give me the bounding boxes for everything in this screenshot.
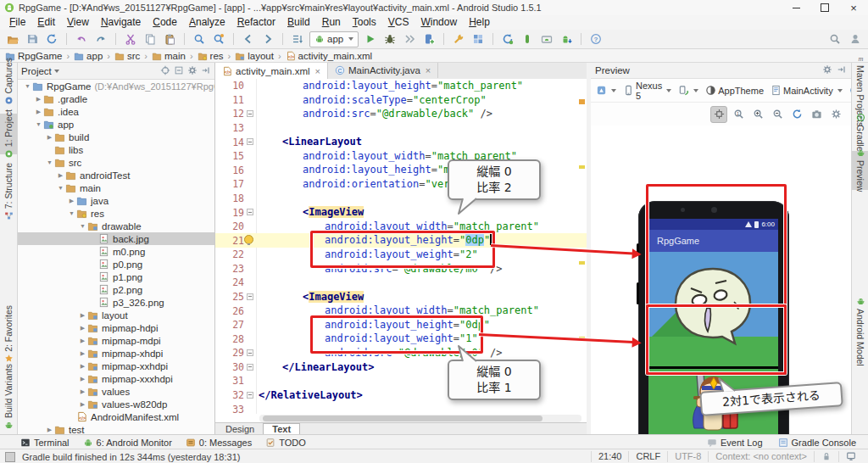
undo-button[interactable]: [74, 31, 89, 47]
collapsed-arrow-icon[interactable]: ▶: [78, 350, 87, 357]
collapsed-arrow-icon[interactable]: ▶: [78, 376, 87, 382]
error-stripe-mark[interactable]: [579, 337, 585, 340]
sort-button[interactable]: [290, 31, 305, 47]
find-button[interactable]: [192, 31, 207, 47]
code-line-13[interactable]: 13: [215, 121, 587, 136]
mode-tab-text[interactable]: Text: [263, 423, 300, 434]
code-line-32[interactable]: 32</RelativeLayout>: [215, 388, 587, 403]
tool-strip-item-project[interactable]: 1: Project: [0, 114, 17, 154]
tree-item-res[interactable]: ▼res: [18, 207, 214, 220]
code-line-27[interactable]: 27android:layout_height="0dp": [215, 318, 587, 332]
activity-selector[interactable]: MainActivity: [768, 83, 845, 98]
mode-tab-design[interactable]: Design: [217, 424, 263, 434]
menu-item-vcs[interactable]: VCS: [382, 15, 415, 30]
tool-strip-item-buildvariants[interactable]: Build Variants: [0, 370, 17, 424]
fold-marker[interactable]: [247, 110, 253, 117]
tool-strip-item-gradle[interactable]: Gradle: [852, 115, 868, 149]
code-line-12[interactable]: 12android:src="@drawable/back" />: [215, 107, 587, 121]
menu-item-refactor[interactable]: Refactor: [231, 15, 281, 30]
code-line-22[interactable]: 22android:layout_weight="2": [215, 248, 587, 262]
collapsed-arrow-icon[interactable]: ▶: [78, 325, 87, 332]
sdk-button[interactable]: [559, 31, 574, 47]
fold-marker[interactable]: [247, 209, 253, 215]
code-line-25[interactable]: 25<ImageView: [215, 290, 587, 304]
debug-button[interactable]: [382, 31, 398, 47]
hide-preview-button[interactable]: [837, 64, 847, 76]
collapse-all-button[interactable]: [174, 65, 184, 77]
code-line-23[interactable]: 23android:src="@drawable/m0" />: [215, 262, 587, 276]
tree-item-p2.png[interactable]: p2.png: [18, 283, 214, 296]
tool-strip-item-favorites[interactable]: 2: Favorites: [0, 310, 17, 358]
tree-item-test[interactable]: ▶test: [18, 423, 214, 434]
code-area[interactable]: 10android:layout_height="match_parent"11…: [215, 79, 587, 414]
skip-button[interactable]: [402, 31, 417, 47]
tree-item-mipmap-xxxhdpi[interactable]: ▶mipmap-xxxhdpi: [18, 372, 214, 385]
code-line-28[interactable]: 28android:layout_weight="1": [215, 332, 587, 346]
collapsed-arrow-icon[interactable]: ▶: [78, 388, 87, 395]
breadcrumb-item-layout[interactable]: layout: [235, 51, 274, 61]
tool-strip-item-preview[interactable]: Preview: [852, 151, 868, 190]
code-line-14[interactable]: 14<LinearLayout: [215, 135, 587, 149]
project-panel-title[interactable]: Project: [21, 66, 52, 76]
preview-settings-button[interactable]: [822, 64, 832, 76]
menu-item-edit[interactable]: Edit: [31, 15, 61, 30]
tree-item-back.jpg[interactable]: back.jpg: [18, 232, 214, 245]
highlighting-level-icon[interactable]: [838, 451, 863, 462]
maximize-button[interactable]: [810, 0, 839, 15]
run-configuration-selector[interactable]: app: [309, 31, 359, 47]
menu-item-navigate[interactable]: Navigate: [95, 15, 147, 30]
fold-marker[interactable]: [247, 392, 253, 399]
search-button[interactable]: [827, 31, 843, 47]
refresh-preview-button[interactable]: [788, 106, 805, 123]
expanded-arrow-icon[interactable]: ▼: [67, 210, 76, 216]
zoom-in-button[interactable]: [749, 106, 766, 123]
code-line-31[interactable]: 31: [215, 374, 587, 388]
menu-item-build[interactable]: Build: [281, 15, 316, 30]
back-button[interactable]: [241, 31, 256, 47]
tool-strip-item-captures[interactable]: Captures: [0, 64, 17, 98]
close-tab-icon[interactable]: ×: [315, 66, 320, 76]
code-line-17[interactable]: 17android:orientation="vertical" >: [215, 177, 587, 192]
collapsed-arrow-icon[interactable]: ▶: [45, 427, 54, 433]
zoom-actual-button[interactable]: 1: [730, 106, 747, 123]
code-line-20[interactable]: 20android:layout_width="match_parent": [215, 220, 587, 234]
paste-button[interactable]: [162, 31, 177, 47]
minimize-button[interactable]: [782, 0, 810, 15]
expanded-arrow-icon[interactable]: ▼: [56, 185, 65, 191]
breadcrumb-item-activity_main.xml[interactable]: </>activity_main.xml: [286, 51, 373, 61]
zoom-out-button[interactable]: [769, 106, 786, 123]
locate-button[interactable]: [160, 65, 170, 77]
tree-item-drawable[interactable]: ▼drawable: [18, 220, 214, 232]
hide-panel-button[interactable]: [201, 65, 211, 77]
tree-item-AndroidManifest.xml[interactable]: </>AndroidManifest.xml: [18, 410, 214, 423]
help-button[interactable]: ?: [588, 31, 604, 47]
code-line-10[interactable]: 10android:layout_height="match_parent": [215, 79, 587, 93]
collapsed-arrow-icon[interactable]: ▶: [78, 337, 87, 344]
pan-button[interactable]: [710, 106, 727, 123]
tree-item-mipmap-hdpi[interactable]: ▶mipmap-hdpi: [18, 321, 214, 334]
tree-item-java[interactable]: ▶java: [18, 194, 214, 207]
menu-item-analyze[interactable]: Analyze: [183, 15, 231, 30]
collapsed-arrow-icon[interactable]: ▶: [34, 109, 43, 115]
tree-item-build[interactable]: ▶build: [18, 131, 214, 143]
tool-strip-item-androidmodel[interactable]: Android Model: [852, 295, 868, 368]
expanded-arrow-icon[interactable]: ▼: [23, 83, 32, 89]
encoding-selector[interactable]: UTF-8: [667, 451, 708, 462]
breadcrumb-item-RpgGame[interactable]: RpgGame: [5, 51, 62, 61]
breadcrumb-item-app[interactable]: app: [74, 51, 103, 61]
collapsed-arrow-icon[interactable]: ▶: [56, 172, 65, 179]
close-tab-icon[interactable]: ×: [426, 65, 431, 75]
error-stripe-mark[interactable]: [579, 261, 585, 265]
expanded-arrow-icon[interactable]: ▼: [78, 223, 87, 229]
tree-item-mipmap-mdpi[interactable]: ▶mipmap-mdpi: [18, 334, 214, 347]
context-selector[interactable]: Context: <no context>: [708, 451, 814, 462]
tree-item-app[interactable]: ▼app: [18, 118, 214, 131]
editor-tab-activity_main.xml[interactable]: </>activity_main.xml×: [215, 63, 328, 80]
expanded-arrow-icon[interactable]: ▼: [34, 121, 43, 127]
replace-button[interactable]: [211, 31, 226, 47]
menu-item-code[interactable]: Code: [147, 15, 183, 30]
collapsed-arrow-icon[interactable]: ▶: [78, 401, 87, 408]
tree-item-values-w820dp[interactable]: ▶values-w820dp: [18, 398, 214, 410]
toolwindow-eventlog[interactable]: Event Log: [707, 438, 763, 448]
code-line-19[interactable]: 19<ImageView: [215, 205, 587, 220]
